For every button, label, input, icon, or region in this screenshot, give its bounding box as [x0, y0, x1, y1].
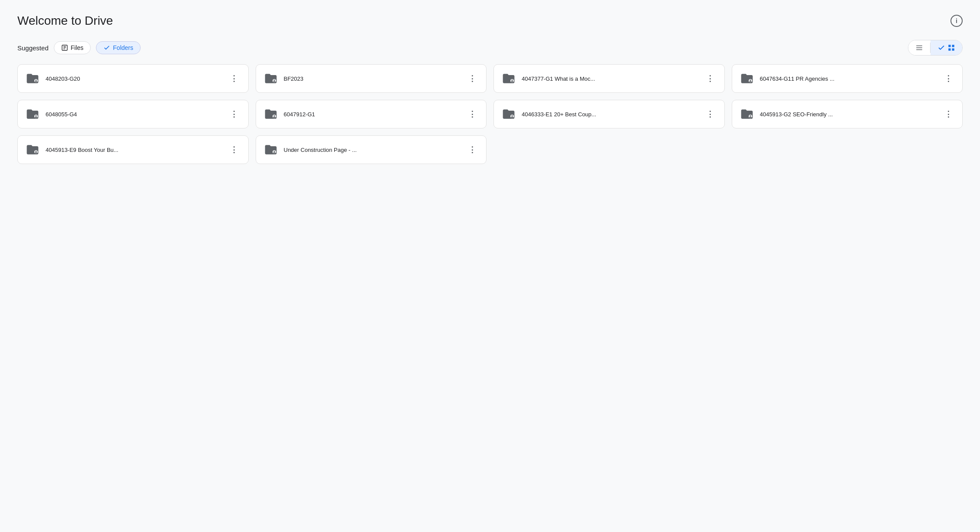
- svg-point-14: [273, 79, 275, 81]
- more-options-button[interactable]: ⋮: [465, 143, 479, 157]
- folder-icon: [25, 142, 40, 158]
- folder-name: 4048203-G20: [46, 76, 222, 82]
- folder-name: 6047634-G11 PR Agencies ...: [760, 76, 937, 82]
- folder-item[interactable]: 4045913-E9 Boost Your Bu... ⋮: [17, 135, 249, 164]
- suggested-label: Suggested: [17, 44, 49, 52]
- view-controls: [908, 40, 963, 56]
- svg-rect-6: [916, 49, 922, 50]
- check-icon: [103, 44, 110, 51]
- more-options-button[interactable]: ⋮: [227, 143, 241, 157]
- folder-item[interactable]: Under Construction Page - ... ⋮: [256, 135, 487, 164]
- folder-icon: [739, 106, 755, 122]
- more-options-button[interactable]: ⋮: [465, 72, 479, 85]
- folder-icon: [25, 106, 40, 122]
- svg-point-20: [35, 115, 36, 116]
- folder-item[interactable]: 4046333-E1 20+ Best Coup... ⋮: [493, 100, 725, 128]
- folder-item[interactable]: 4047377-G1 What is a Moc... ⋮: [493, 64, 725, 93]
- folder-icon: [501, 71, 516, 86]
- more-options-button[interactable]: ⋮: [941, 107, 955, 121]
- svg-point-30: [273, 151, 275, 152]
- folder-name: 4045913-E9 Boost Your Bu...: [46, 147, 222, 153]
- svg-rect-10: [952, 49, 954, 51]
- folder-name: 6047912-G1: [284, 111, 460, 118]
- svg-rect-8: [952, 45, 954, 47]
- more-options-button[interactable]: ⋮: [704, 72, 717, 85]
- info-icon[interactable]: i: [950, 15, 963, 27]
- folder-name: 4046333-E1 20+ Best Coup...: [522, 111, 698, 118]
- svg-point-28: [35, 151, 36, 152]
- folder-name: 4047377-G1 What is a Moc...: [522, 76, 698, 82]
- folder-item[interactable]: BF2023 ⋮: [256, 64, 487, 93]
- check-small-icon: [937, 44, 945, 52]
- more-options-button[interactable]: ⋮: [465, 107, 479, 121]
- svg-point-22: [273, 115, 275, 116]
- files-icon: [61, 44, 68, 51]
- grid-view-icon: [947, 44, 955, 52]
- more-options-button[interactable]: ⋮: [227, 72, 241, 85]
- svg-point-12: [35, 79, 36, 81]
- svg-point-24: [511, 115, 513, 116]
- more-options-button[interactable]: ⋮: [704, 107, 717, 121]
- folder-item[interactable]: 6047634-G11 PR Agencies ... ⋮: [732, 64, 963, 93]
- svg-point-18: [750, 79, 751, 81]
- list-view-button[interactable]: [908, 40, 930, 55]
- svg-point-26: [750, 115, 751, 116]
- folders-filter-button[interactable]: Folders: [96, 41, 141, 54]
- folder-name: Under Construction Page - ...: [284, 147, 460, 153]
- svg-rect-9: [948, 49, 950, 51]
- folder-name: BF2023: [284, 76, 460, 82]
- folder-item[interactable]: 4048203-G20 ⋮: [17, 64, 249, 93]
- folder-item[interactable]: 6047912-G1 ⋮: [256, 100, 487, 128]
- svg-rect-4: [916, 46, 922, 46]
- folder-icon: [263, 106, 279, 122]
- folder-icon: [263, 71, 279, 86]
- folder-icon: [25, 71, 40, 86]
- folder-icon: [501, 106, 516, 122]
- folder-item[interactable]: 6048055-G4 ⋮: [17, 100, 249, 128]
- folder-name: 4045913-G2 SEO-Friendly ...: [760, 111, 937, 118]
- folder-icon: [739, 71, 755, 86]
- svg-rect-7: [948, 45, 950, 47]
- page-title: Welcome to Drive: [17, 14, 113, 28]
- more-options-button[interactable]: ⋮: [227, 107, 241, 121]
- folder-icon: [263, 142, 279, 158]
- folder-name: 6048055-G4: [46, 111, 222, 118]
- files-filter-button[interactable]: Files: [54, 41, 91, 54]
- svg-point-16: [511, 79, 513, 81]
- grid-view-button[interactable]: [931, 40, 962, 55]
- list-view-icon: [915, 44, 923, 52]
- svg-rect-5: [916, 47, 922, 48]
- more-options-button[interactable]: ⋮: [941, 72, 955, 85]
- folders-grid: 4048203-G20 ⋮ BF2023 ⋮: [17, 64, 963, 164]
- folder-item[interactable]: 4045913-G2 SEO-Friendly ... ⋮: [732, 100, 963, 128]
